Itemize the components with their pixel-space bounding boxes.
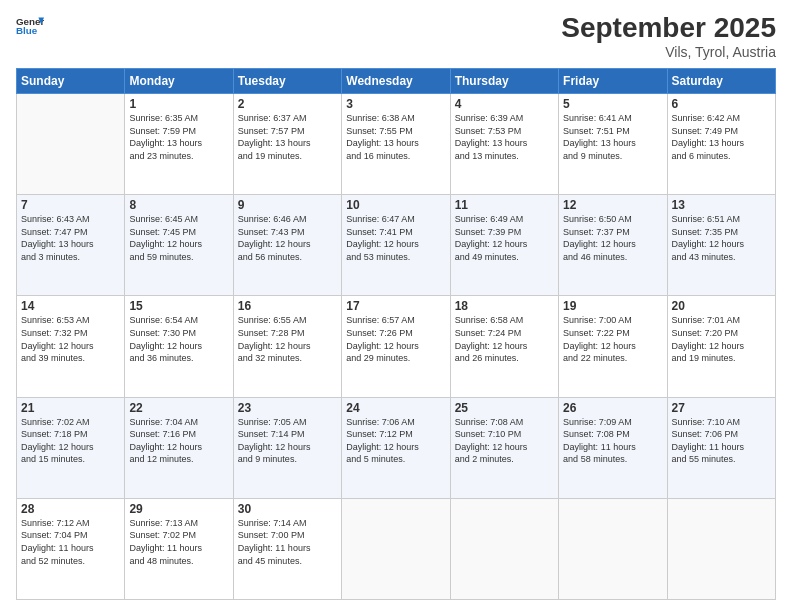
calendar-cell xyxy=(559,498,667,599)
day-number: 30 xyxy=(238,502,337,516)
day-info: Sunrise: 6:51 AM Sunset: 7:35 PM Dayligh… xyxy=(672,213,771,263)
calendar-cell: 27Sunrise: 7:10 AM Sunset: 7:06 PM Dayli… xyxy=(667,397,775,498)
title-block: September 2025 Vils, Tyrol, Austria xyxy=(561,12,776,60)
calendar-cell: 21Sunrise: 7:02 AM Sunset: 7:18 PM Dayli… xyxy=(17,397,125,498)
calendar-cell: 24Sunrise: 7:06 AM Sunset: 7:12 PM Dayli… xyxy=(342,397,450,498)
day-info: Sunrise: 6:41 AM Sunset: 7:51 PM Dayligh… xyxy=(563,112,662,162)
day-info: Sunrise: 6:45 AM Sunset: 7:45 PM Dayligh… xyxy=(129,213,228,263)
day-number: 6 xyxy=(672,97,771,111)
day-number: 28 xyxy=(21,502,120,516)
week-row-5: 28Sunrise: 7:12 AM Sunset: 7:04 PM Dayli… xyxy=(17,498,776,599)
day-number: 7 xyxy=(21,198,120,212)
day-number: 8 xyxy=(129,198,228,212)
day-info: Sunrise: 7:08 AM Sunset: 7:10 PM Dayligh… xyxy=(455,416,554,466)
day-info: Sunrise: 6:35 AM Sunset: 7:59 PM Dayligh… xyxy=(129,112,228,162)
week-row-3: 14Sunrise: 6:53 AM Sunset: 7:32 PM Dayli… xyxy=(17,296,776,397)
calendar-cell: 18Sunrise: 6:58 AM Sunset: 7:24 PM Dayli… xyxy=(450,296,558,397)
calendar-cell xyxy=(342,498,450,599)
month-title: September 2025 xyxy=(561,12,776,44)
day-number: 15 xyxy=(129,299,228,313)
calendar-cell: 9Sunrise: 6:46 AM Sunset: 7:43 PM Daylig… xyxy=(233,195,341,296)
calendar-cell: 10Sunrise: 6:47 AM Sunset: 7:41 PM Dayli… xyxy=(342,195,450,296)
calendar-cell xyxy=(17,94,125,195)
calendar-cell: 26Sunrise: 7:09 AM Sunset: 7:08 PM Dayli… xyxy=(559,397,667,498)
calendar-cell xyxy=(667,498,775,599)
day-number: 18 xyxy=(455,299,554,313)
calendar-cell: 5Sunrise: 6:41 AM Sunset: 7:51 PM Daylig… xyxy=(559,94,667,195)
calendar-cell: 13Sunrise: 6:51 AM Sunset: 7:35 PM Dayli… xyxy=(667,195,775,296)
day-info: Sunrise: 7:05 AM Sunset: 7:14 PM Dayligh… xyxy=(238,416,337,466)
calendar-cell: 28Sunrise: 7:12 AM Sunset: 7:04 PM Dayli… xyxy=(17,498,125,599)
day-number: 23 xyxy=(238,401,337,415)
calendar-cell: 29Sunrise: 7:13 AM Sunset: 7:02 PM Dayli… xyxy=(125,498,233,599)
calendar-cell: 30Sunrise: 7:14 AM Sunset: 7:00 PM Dayli… xyxy=(233,498,341,599)
day-info: Sunrise: 6:49 AM Sunset: 7:39 PM Dayligh… xyxy=(455,213,554,263)
calendar-cell: 23Sunrise: 7:05 AM Sunset: 7:14 PM Dayli… xyxy=(233,397,341,498)
day-info: Sunrise: 7:10 AM Sunset: 7:06 PM Dayligh… xyxy=(672,416,771,466)
calendar-cell: 7Sunrise: 6:43 AM Sunset: 7:47 PM Daylig… xyxy=(17,195,125,296)
day-number: 21 xyxy=(21,401,120,415)
day-number: 4 xyxy=(455,97,554,111)
day-info: Sunrise: 6:53 AM Sunset: 7:32 PM Dayligh… xyxy=(21,314,120,364)
weekday-header-friday: Friday xyxy=(559,69,667,94)
header: General Blue September 2025 Vils, Tyrol,… xyxy=(16,12,776,60)
calendar-cell: 22Sunrise: 7:04 AM Sunset: 7:16 PM Dayli… xyxy=(125,397,233,498)
calendar-cell: 12Sunrise: 6:50 AM Sunset: 7:37 PM Dayli… xyxy=(559,195,667,296)
day-info: Sunrise: 6:54 AM Sunset: 7:30 PM Dayligh… xyxy=(129,314,228,364)
day-number: 20 xyxy=(672,299,771,313)
weekday-header-monday: Monday xyxy=(125,69,233,94)
day-number: 5 xyxy=(563,97,662,111)
day-info: Sunrise: 7:01 AM Sunset: 7:20 PM Dayligh… xyxy=(672,314,771,364)
day-number: 17 xyxy=(346,299,445,313)
logo-icon: General Blue xyxy=(16,12,44,40)
day-number: 25 xyxy=(455,401,554,415)
calendar-cell: 3Sunrise: 6:38 AM Sunset: 7:55 PM Daylig… xyxy=(342,94,450,195)
calendar-cell: 4Sunrise: 6:39 AM Sunset: 7:53 PM Daylig… xyxy=(450,94,558,195)
calendar-cell: 25Sunrise: 7:08 AM Sunset: 7:10 PM Dayli… xyxy=(450,397,558,498)
day-info: Sunrise: 6:50 AM Sunset: 7:37 PM Dayligh… xyxy=(563,213,662,263)
day-number: 10 xyxy=(346,198,445,212)
location: Vils, Tyrol, Austria xyxy=(561,44,776,60)
calendar-table: SundayMondayTuesdayWednesdayThursdayFrid… xyxy=(16,68,776,600)
day-info: Sunrise: 6:47 AM Sunset: 7:41 PM Dayligh… xyxy=(346,213,445,263)
calendar-cell: 8Sunrise: 6:45 AM Sunset: 7:45 PM Daylig… xyxy=(125,195,233,296)
calendar-cell: 2Sunrise: 6:37 AM Sunset: 7:57 PM Daylig… xyxy=(233,94,341,195)
calendar-cell: 14Sunrise: 6:53 AM Sunset: 7:32 PM Dayli… xyxy=(17,296,125,397)
calendar-cell: 20Sunrise: 7:01 AM Sunset: 7:20 PM Dayli… xyxy=(667,296,775,397)
day-info: Sunrise: 6:55 AM Sunset: 7:28 PM Dayligh… xyxy=(238,314,337,364)
week-row-2: 7Sunrise: 6:43 AM Sunset: 7:47 PM Daylig… xyxy=(17,195,776,296)
calendar-cell: 19Sunrise: 7:00 AM Sunset: 7:22 PM Dayli… xyxy=(559,296,667,397)
day-info: Sunrise: 6:43 AM Sunset: 7:47 PM Dayligh… xyxy=(21,213,120,263)
day-number: 19 xyxy=(563,299,662,313)
logo: General Blue xyxy=(16,12,44,40)
day-info: Sunrise: 6:42 AM Sunset: 7:49 PM Dayligh… xyxy=(672,112,771,162)
day-info: Sunrise: 7:09 AM Sunset: 7:08 PM Dayligh… xyxy=(563,416,662,466)
day-info: Sunrise: 6:46 AM Sunset: 7:43 PM Dayligh… xyxy=(238,213,337,263)
calendar-cell: 1Sunrise: 6:35 AM Sunset: 7:59 PM Daylig… xyxy=(125,94,233,195)
day-number: 24 xyxy=(346,401,445,415)
svg-text:Blue: Blue xyxy=(16,25,38,36)
day-info: Sunrise: 6:57 AM Sunset: 7:26 PM Dayligh… xyxy=(346,314,445,364)
page: General Blue September 2025 Vils, Tyrol,… xyxy=(0,0,792,612)
calendar-cell: 16Sunrise: 6:55 AM Sunset: 7:28 PM Dayli… xyxy=(233,296,341,397)
day-info: Sunrise: 6:38 AM Sunset: 7:55 PM Dayligh… xyxy=(346,112,445,162)
week-row-4: 21Sunrise: 7:02 AM Sunset: 7:18 PM Dayli… xyxy=(17,397,776,498)
day-number: 22 xyxy=(129,401,228,415)
day-number: 1 xyxy=(129,97,228,111)
weekday-header-wednesday: Wednesday xyxy=(342,69,450,94)
day-number: 14 xyxy=(21,299,120,313)
day-number: 26 xyxy=(563,401,662,415)
weekday-header-thursday: Thursday xyxy=(450,69,558,94)
calendar-cell: 17Sunrise: 6:57 AM Sunset: 7:26 PM Dayli… xyxy=(342,296,450,397)
day-number: 9 xyxy=(238,198,337,212)
day-number: 2 xyxy=(238,97,337,111)
day-info: Sunrise: 7:13 AM Sunset: 7:02 PM Dayligh… xyxy=(129,517,228,567)
day-number: 16 xyxy=(238,299,337,313)
day-number: 13 xyxy=(672,198,771,212)
day-info: Sunrise: 7:12 AM Sunset: 7:04 PM Dayligh… xyxy=(21,517,120,567)
day-info: Sunrise: 7:00 AM Sunset: 7:22 PM Dayligh… xyxy=(563,314,662,364)
day-number: 3 xyxy=(346,97,445,111)
day-info: Sunrise: 6:37 AM Sunset: 7:57 PM Dayligh… xyxy=(238,112,337,162)
day-number: 12 xyxy=(563,198,662,212)
calendar-cell: 6Sunrise: 6:42 AM Sunset: 7:49 PM Daylig… xyxy=(667,94,775,195)
